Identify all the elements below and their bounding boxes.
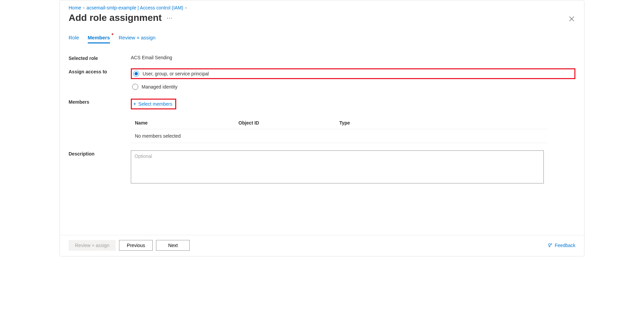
col-header-name: Name [135, 120, 238, 126]
chevron-right-icon: › [185, 5, 187, 10]
tab-members-label: Members [88, 35, 110, 40]
selected-role-label: Selected role [69, 55, 131, 61]
page-title: Add role assignment [69, 12, 162, 23]
tab-members[interactable]: Members [88, 35, 110, 43]
tab-indicator-dot [112, 33, 113, 35]
radio-icon [132, 84, 138, 90]
radio-managed-identity[interactable]: Managed identity [131, 82, 575, 91]
radio-user-group-principal[interactable]: User, group, or service principal [132, 69, 212, 78]
radio-managed-identity-label: Managed identity [142, 84, 178, 90]
members-label: Members [69, 99, 131, 143]
plus-icon: + [133, 101, 136, 107]
feedback-label: Feedback [555, 243, 575, 248]
col-header-type: Type [339, 120, 543, 126]
tab-role[interactable]: Role [69, 35, 79, 43]
radio-user-group-label: User, group, or service principal [143, 71, 209, 76]
tab-review-assign[interactable]: Review + assign [119, 35, 156, 43]
next-button[interactable]: Next [156, 240, 190, 251]
description-input[interactable] [131, 150, 544, 183]
close-button[interactable] [569, 16, 575, 23]
more-actions-button[interactable]: ⋯ [166, 14, 173, 22]
feedback-icon [547, 243, 553, 248]
feedback-link[interactable]: Feedback [547, 243, 575, 248]
close-icon [569, 16, 575, 22]
select-members-label: Select members [138, 101, 172, 107]
review-assign-button[interactable]: Review + assign [69, 240, 116, 251]
description-label: Description [69, 150, 131, 184]
previous-button[interactable]: Previous [119, 240, 153, 251]
radio-icon [133, 71, 139, 77]
highlight-select-members: + Select members [131, 99, 176, 109]
members-table: Name Object ID Type No members selected [131, 117, 547, 143]
breadcrumb-resource[interactable]: acsemail-smtp-example | Access control (… [86, 5, 183, 10]
highlight-user-group-radio: User, group, or service principal [131, 68, 575, 79]
chevron-right-icon: › [83, 5, 84, 10]
svg-point-0 [548, 244, 550, 246]
breadcrumb-home[interactable]: Home [69, 5, 81, 10]
select-members-button[interactable]: + Select members [132, 100, 175, 108]
tabs: Role Members Review + assign [69, 35, 575, 43]
col-header-object-id: Object ID [238, 120, 339, 126]
assign-access-label: Assign access to [69, 68, 131, 91]
members-empty-text: No members selected [131, 129, 547, 143]
selected-role-value: ACS Email Sending [131, 55, 575, 61]
breadcrumb: Home › acsemail-smtp-example | Access co… [69, 5, 575, 10]
